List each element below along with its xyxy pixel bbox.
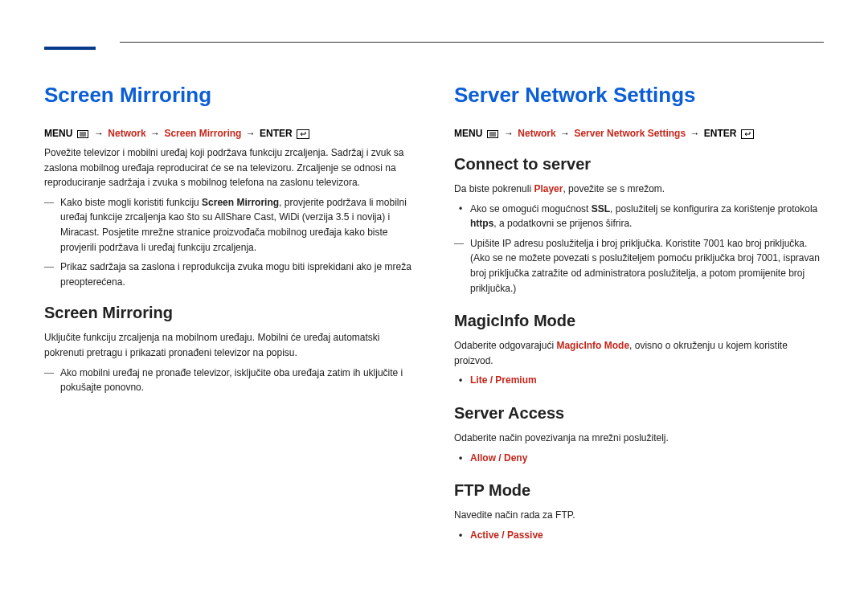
arrow: → xyxy=(560,128,570,139)
ftp-title: FTP Mode xyxy=(454,481,824,500)
menu-icon xyxy=(487,130,498,138)
text: Da biste pokrenuli xyxy=(454,183,534,194)
server-access-body: Odaberite način povezivanja na mrežni po… xyxy=(454,431,824,446)
left-title: Screen Mirroring xyxy=(44,83,414,108)
right-column: Server Network Settings MENU → Network →… xyxy=(454,83,824,547)
ftp-options: Active / Passive xyxy=(454,528,824,543)
text: Ako se omogući mogućnost xyxy=(470,203,592,215)
menu-section: Server Network Settings xyxy=(574,128,686,139)
left-menu-path: MENU → Network → Screen Mirroring → ENTE… xyxy=(44,128,414,139)
text-bold: https xyxy=(470,218,493,229)
text: Odaberite odgovarajući xyxy=(454,340,556,351)
arrow: → xyxy=(504,128,514,139)
arrow: → xyxy=(690,128,699,139)
enter-icon xyxy=(297,129,309,139)
magicinfo-title: MagicInfo Mode xyxy=(454,312,824,330)
menu-network: Network xyxy=(518,128,555,139)
left-intro: Povežite televizor i mobilni uređaj koji… xyxy=(44,145,414,190)
menu-enter: ENTER xyxy=(704,128,739,139)
magicinfo-options: Lite / Premium xyxy=(454,373,824,388)
left-notes-list: Kako biste mogli koristiti funkciju Scre… xyxy=(44,195,414,290)
arrow: → xyxy=(246,128,256,139)
header-accent-bar xyxy=(44,47,96,50)
menu-label: MENU xyxy=(454,128,485,139)
text: , a podatkovni se prijenos šifrira. xyxy=(493,218,632,229)
text: , povežite se s mrežom. xyxy=(563,183,665,194)
connect-bullets: Ako se omogući mogućnost SSL, poslužitel… xyxy=(454,202,824,231)
menu-enter: ENTER xyxy=(260,128,295,139)
left-subtitle: Screen Mirroring xyxy=(44,304,414,322)
magicinfo-body: Odaberite odgovarajući MagicInfo Mode, o… xyxy=(454,338,824,368)
server-access-options: Allow / Deny xyxy=(454,451,824,466)
menu-label: MENU xyxy=(44,128,76,139)
connect-title: Connect to server xyxy=(454,155,824,174)
list-item: Prikaz sadržaja sa zaslona i reprodukcij… xyxy=(44,260,414,289)
connect-dash-notes: Upišite IP adresu poslužitelja i broj pr… xyxy=(454,236,824,296)
text: , poslužitelj se konfigurira za korišten… xyxy=(610,203,817,215)
left-column: Screen Mirroring MENU → Network → Screen… xyxy=(44,83,414,547)
list-item: Active / Passive xyxy=(454,528,824,543)
list-item: Kako biste mogli koristiti funkciju Scre… xyxy=(44,195,414,255)
arrow: → xyxy=(94,128,104,139)
menu-network: Network xyxy=(108,128,145,139)
text-bold: MagicInfo Mode xyxy=(556,340,629,351)
list-item: Ako mobilni uređaj ne pronađe televizor,… xyxy=(44,366,414,395)
right-title: Server Network Settings xyxy=(454,83,824,108)
left-sub-notes: Ako mobilni uređaj ne pronađe televizor,… xyxy=(44,366,414,395)
menu-icon xyxy=(77,130,88,138)
left-sub-body: Uključite funkciju zrcaljenja na mobilno… xyxy=(44,330,414,360)
list-item: Allow / Deny xyxy=(454,451,824,466)
header-rule xyxy=(44,40,824,55)
header-divider xyxy=(120,42,824,43)
menu-section: Screen Mirroring xyxy=(164,128,241,139)
list-item: Lite / Premium xyxy=(454,373,824,388)
ftp-body: Navedite način rada za FTP. xyxy=(454,508,824,523)
right-menu-path: MENU → Network → Server Network Settings… xyxy=(454,128,824,139)
text: Kako biste mogli koristiti funkciju xyxy=(60,197,202,208)
arrow: → xyxy=(150,128,160,139)
text-bold: Player xyxy=(534,183,563,194)
text-bold: Screen Mirroring xyxy=(202,197,279,208)
list-item: Ako se omogući mogućnost SSL, poslužitel… xyxy=(454,202,824,231)
list-item: Upišite IP adresu poslužitelja i broj pr… xyxy=(454,236,824,296)
document-page: Screen Mirroring MENU → Network → Screen… xyxy=(0,0,868,579)
content-columns: Screen Mirroring MENU → Network → Screen… xyxy=(44,83,824,547)
text-bold: SSL xyxy=(592,203,610,215)
server-access-title: Server Access xyxy=(454,404,824,423)
connect-body: Da biste pokrenuli Player, povežite se s… xyxy=(454,182,824,197)
enter-icon xyxy=(741,129,754,139)
